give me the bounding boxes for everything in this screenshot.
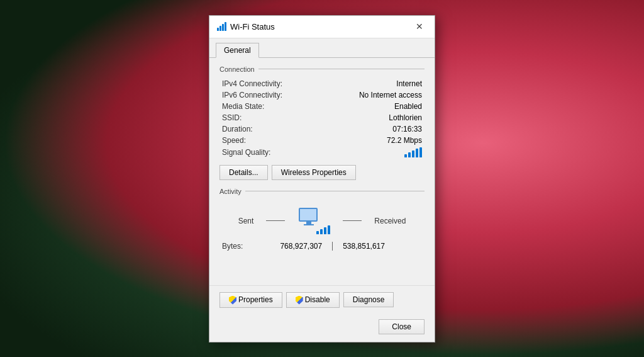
monitor-screen xyxy=(299,208,318,222)
wifi-bar-3 xyxy=(222,24,224,31)
bytes-received-value: 538,851,617 xyxy=(343,242,385,251)
duration-value: 07:16:33 xyxy=(320,123,425,135)
table-row: Duration: 07:16:33 xyxy=(219,123,425,135)
wifi-status-dialog: Wi-Fi Status ✕ General Connection IPv4 C… xyxy=(209,15,435,343)
close-dialog-button[interactable]: Close xyxy=(379,319,425,334)
signal-quality-label: Signal Quality: xyxy=(219,146,320,159)
speed-value: 72.2 Mbps xyxy=(320,135,425,146)
ipv6-value: No Internet access xyxy=(320,89,425,101)
bytes-values: 768,927,307 538,851,617 xyxy=(243,242,422,251)
shield-icon-disable xyxy=(296,296,303,305)
details-button[interactable]: Details... xyxy=(219,165,268,180)
dialog-content: Connection IPv4 Connectivity: Internet I… xyxy=(209,58,435,285)
media-state-value: Enabled xyxy=(320,101,425,112)
activity-visual: Sent xyxy=(219,205,425,237)
tab-bar: General xyxy=(209,38,435,58)
connection-buttons: Details... Wireless Properties xyxy=(219,165,425,180)
act-bar-4 xyxy=(328,225,330,234)
signal-bar-1 xyxy=(404,154,407,157)
bytes-divider xyxy=(332,242,333,251)
signal-quality-bars xyxy=(320,146,425,159)
connection-section-title: Connection xyxy=(219,65,425,73)
speed-label: Speed: xyxy=(219,135,320,146)
properties-button[interactable]: Properties xyxy=(219,292,282,308)
diagnose-button[interactable]: Diagnose xyxy=(343,292,394,307)
wifi-signal-icon xyxy=(217,22,226,31)
monitor-base xyxy=(304,224,314,225)
dialog-close-row: Close xyxy=(209,314,435,342)
media-state-label: Media State: xyxy=(219,101,320,112)
footer-buttons: Properties Disable Diagnose xyxy=(209,285,435,314)
ipv4-label: IPv4 Connectivity: xyxy=(219,78,320,89)
connection-section: Connection IPv4 Connectivity: Internet I… xyxy=(219,65,425,180)
table-row: IPv6 Connectivity: No Internet access xyxy=(219,89,425,101)
act-bar-2 xyxy=(320,229,323,234)
dialog-title: Wi-Fi Status xyxy=(230,22,275,31)
sent-line xyxy=(266,220,285,221)
title-bar-left: Wi-Fi Status xyxy=(217,22,275,31)
dialog-overlay: Wi-Fi Status ✕ General Connection IPv4 C… xyxy=(0,0,644,357)
title-bar: Wi-Fi Status ✕ xyxy=(209,16,435,38)
signal-bar-2 xyxy=(408,152,411,157)
signal-bar-3 xyxy=(412,150,414,157)
tab-general[interactable]: General xyxy=(216,43,259,58)
activity-section: Activity Sent xyxy=(219,188,425,251)
activity-section-title: Activity xyxy=(219,188,425,195)
signal-bar-5 xyxy=(419,147,422,157)
table-row: Speed: 72.2 Mbps xyxy=(219,135,425,146)
ipv6-label: IPv6 Connectivity: xyxy=(219,89,320,101)
act-bar-3 xyxy=(324,227,326,234)
received-label: Received xyxy=(374,217,406,225)
properties-label: Properties xyxy=(238,295,273,304)
disable-label: Disable xyxy=(305,295,330,304)
signal-bar-4 xyxy=(416,149,418,157)
ssid-label: SSID: xyxy=(219,112,320,123)
title-bar-close-button[interactable]: ✕ xyxy=(412,19,427,34)
table-row: Signal Quality: xyxy=(219,146,425,159)
bytes-sent-value: 768,927,307 xyxy=(280,242,322,251)
table-row: SSID: Lothlorien xyxy=(219,112,425,123)
signal-quality-icon xyxy=(323,147,422,157)
network-activity-icon xyxy=(297,208,330,234)
activity-signal-bars xyxy=(316,225,330,234)
bytes-row: Bytes: 768,927,307 538,851,617 xyxy=(219,242,425,251)
ipv4-value: Internet xyxy=(320,78,425,89)
act-bar-1 xyxy=(316,231,319,234)
ssid-value: Lothlorien xyxy=(320,112,425,123)
wifi-bar-4 xyxy=(225,22,226,31)
sent-label: Sent xyxy=(238,217,254,225)
shield-icon-properties xyxy=(229,296,236,305)
received-line xyxy=(343,220,362,221)
wireless-properties-button[interactable]: Wireless Properties xyxy=(272,165,356,180)
table-row: Media State: Enabled xyxy=(219,101,425,112)
disable-button[interactable]: Disable xyxy=(286,292,340,308)
wifi-bar-1 xyxy=(217,28,219,31)
table-row: IPv4 Connectivity: Internet xyxy=(219,78,425,89)
wifi-bar-2 xyxy=(219,26,221,31)
connection-info-table: IPv4 Connectivity: Internet IPv6 Connect… xyxy=(219,78,425,159)
duration-label: Duration: xyxy=(219,123,320,135)
bytes-label: Bytes: xyxy=(222,242,243,251)
